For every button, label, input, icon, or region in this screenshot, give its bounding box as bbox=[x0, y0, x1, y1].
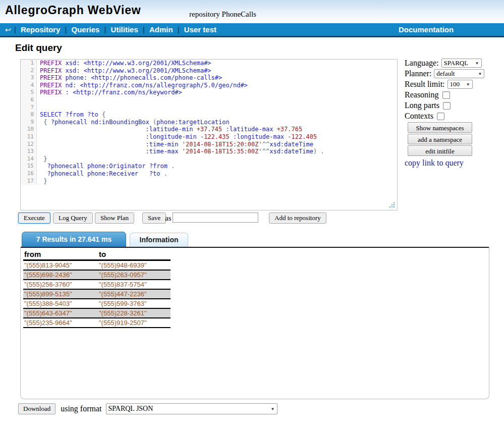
table-row: "(555)899-5135""(555)447-2236" bbox=[23, 289, 171, 299]
result-cell: "(555)256-3760" bbox=[23, 280, 98, 289]
nav-item-user-test[interactable]: User test bbox=[180, 23, 221, 36]
code-line: 5PREFIX : <http://franz.com/ns/keyword#> bbox=[21, 89, 397, 96]
result-cell: "(555)228-3261" bbox=[98, 308, 171, 318]
line-number: 12 bbox=[21, 141, 37, 148]
tab-information[interactable]: Information bbox=[130, 233, 188, 247]
format-select[interactable]: SPARQL JSON ▼ bbox=[106, 403, 277, 414]
result-cell: "(555)899-5135" bbox=[23, 289, 98, 299]
result-cell: "(555)599-3763" bbox=[98, 299, 171, 308]
result-cell: "(555)837-5754" bbox=[98, 280, 171, 289]
line-number: 5 bbox=[21, 89, 37, 96]
result-cell: "(555)698-2436" bbox=[23, 270, 98, 280]
copy-link-to-query[interactable]: copy link to query bbox=[405, 158, 503, 168]
reasoning-checkbox[interactable] bbox=[442, 91, 450, 99]
code-line: 14 } bbox=[21, 155, 397, 163]
code-line: 6 bbox=[21, 96, 397, 104]
code-line: 15 ?phonecall phone:Originator ?from . bbox=[21, 163, 397, 170]
add-a-namespace-button[interactable]: add a namespace bbox=[408, 134, 472, 144]
result-cell: "(555)948-6939" bbox=[98, 260, 171, 271]
code-line: 7 bbox=[21, 104, 397, 112]
result-cell: "(555)235-9664" bbox=[23, 318, 98, 328]
table-row: "(555)813-9045""(555)948-6939" bbox=[23, 260, 171, 271]
result-cell: "(555)813-9045" bbox=[23, 260, 98, 271]
result-cell: "(555)447-2236" bbox=[98, 289, 171, 299]
repository-label: repository PhoneCalls bbox=[189, 10, 256, 19]
result-cell: "(555)643-6347" bbox=[23, 308, 98, 318]
show-namespaces-button[interactable]: Show namespaces bbox=[408, 122, 472, 133]
line-number: 9 bbox=[21, 119, 37, 126]
nav-items: ↩ |Repository|Queries|Utilities|Admin|Us… bbox=[2, 23, 221, 36]
edit-initfile-button[interactable]: edit initfile bbox=[408, 145, 472, 156]
page-title: Edit query bbox=[15, 42, 62, 54]
code-line: 8SELECT ?from ?to { bbox=[21, 111, 397, 119]
download-button[interactable]: Download bbox=[18, 403, 55, 414]
chevron-down-icon: ▼ bbox=[466, 82, 470, 87]
language-select[interactable]: SPARQL ▼ bbox=[441, 59, 482, 68]
tab-results[interactable]: 7 Results in 27.641 ms bbox=[22, 232, 126, 247]
code-line: 1PREFIX xsd: <http://www.w3.org/2001/XML… bbox=[21, 60, 397, 67]
table-row: "(555)643-6347""(555)228-3261" bbox=[23, 308, 171, 318]
using-format-label: using format bbox=[61, 404, 101, 413]
result-limit-select[interactable]: 100 ▼ bbox=[447, 80, 473, 89]
nav-item-repository[interactable]: Repository bbox=[16, 23, 65, 36]
nav-item-utilities[interactable]: Utilities bbox=[106, 23, 143, 36]
option-checkboxes: ReasoningLong partsContexts bbox=[405, 90, 503, 121]
namespace-buttons: Show namespacesadd a namespaceedit initf… bbox=[405, 122, 503, 156]
line-number: 7 bbox=[21, 104, 37, 112]
line-number: 3 bbox=[21, 74, 37, 82]
line-number: 11 bbox=[21, 133, 37, 141]
long-parts-label: Long parts bbox=[405, 101, 439, 110]
line-number: 10 bbox=[21, 126, 37, 133]
line-number: 6 bbox=[21, 96, 37, 104]
nav-bar: ↩ |Repository|Queries|Utilities|Admin|Us… bbox=[0, 23, 504, 37]
code-line: 10 :latitude-min +37.745 :latitude-max +… bbox=[21, 126, 397, 133]
back-icon[interactable]: ↩ bbox=[2, 26, 14, 34]
resize-handle-icon[interactable] bbox=[388, 201, 396, 208]
column-header-to: to bbox=[98, 249, 171, 260]
line-number: 16 bbox=[21, 170, 37, 178]
line-number: 2 bbox=[21, 67, 37, 75]
nav-item-admin[interactable]: Admin bbox=[145, 23, 178, 36]
chevron-down-icon: ▼ bbox=[478, 72, 482, 76]
code-line: 16 ?phonecall phone:Receiver ?to . bbox=[21, 170, 397, 178]
execute-button[interactable]: Execute bbox=[18, 212, 50, 224]
code-line: 3PREFIX phone: <http://phonecalls.com/ph… bbox=[21, 74, 397, 82]
log-query-button[interactable]: Log Query bbox=[53, 212, 93, 224]
chevron-down-icon: ▼ bbox=[271, 407, 275, 411]
nav-item-documentation[interactable]: Documentation bbox=[399, 23, 454, 36]
line-number: 15 bbox=[21, 163, 37, 170]
long-parts-checkbox[interactable] bbox=[443, 102, 451, 110]
table-row: "(555)235-9664""(555)919-2507" bbox=[23, 318, 171, 328]
code-line: 4PREFIX nd: <http://franz.com/ns/allegro… bbox=[21, 82, 397, 89]
add-to-repository-button[interactable]: Add to repository bbox=[269, 212, 326, 224]
contexts-checkbox[interactable] bbox=[437, 113, 444, 120]
chevron-down-icon: ▼ bbox=[475, 61, 479, 66]
code-line: 12 :time-min '2014-08-18T15:20:00Z'^^xsd… bbox=[21, 141, 397, 148]
line-number: 8 bbox=[21, 111, 37, 119]
result-cell: "(555)919-2507" bbox=[98, 318, 171, 328]
page: AllegroGraph WebView repository PhoneCal… bbox=[0, 0, 504, 428]
table-row: "(555)698-2436""(555)263-0957" bbox=[23, 270, 171, 280]
planner-select[interactable]: default ▼ bbox=[434, 69, 484, 78]
line-number: 1 bbox=[21, 60, 37, 67]
nav-item-queries[interactable]: Queries bbox=[67, 23, 104, 36]
line-number: 4 bbox=[21, 82, 37, 89]
query-editor[interactable]: 1PREFIX xsd: <http://www.w3.org/2001/XML… bbox=[20, 59, 398, 210]
query-options-sidebar: Language: SPARQL ▼ Planner: default ▼ Re… bbox=[405, 58, 503, 168]
reasoning-label: Reasoning bbox=[405, 90, 439, 99]
result-cell: "(555)263-0957" bbox=[98, 270, 171, 280]
code-line: 17 } bbox=[21, 178, 397, 185]
contexts-label: Contexts bbox=[405, 112, 433, 121]
code-line: 11 :longitude-min -122.435 :longitude-ma… bbox=[21, 133, 397, 141]
save-name-input[interactable] bbox=[173, 212, 258, 223]
line-number: 14 bbox=[21, 155, 37, 163]
line-number: 17 bbox=[21, 178, 37, 185]
results-table: from to "(555)813-9045""(555)948-6939""(… bbox=[23, 249, 171, 328]
header: AllegroGraph WebView repository PhoneCal… bbox=[0, 0, 504, 23]
language-label: Language: bbox=[405, 59, 439, 68]
save-button[interactable]: Save bbox=[142, 212, 166, 224]
table-row: "(555)256-3760""(555)837-5754" bbox=[23, 280, 171, 289]
show-plan-button[interactable]: Show Plan bbox=[95, 212, 134, 224]
download-row: Download using format SPARQL JSON ▼ bbox=[18, 403, 277, 415]
code-line: 9 { ?phonecall nd:inBoundingBox (phone:t… bbox=[21, 119, 397, 126]
